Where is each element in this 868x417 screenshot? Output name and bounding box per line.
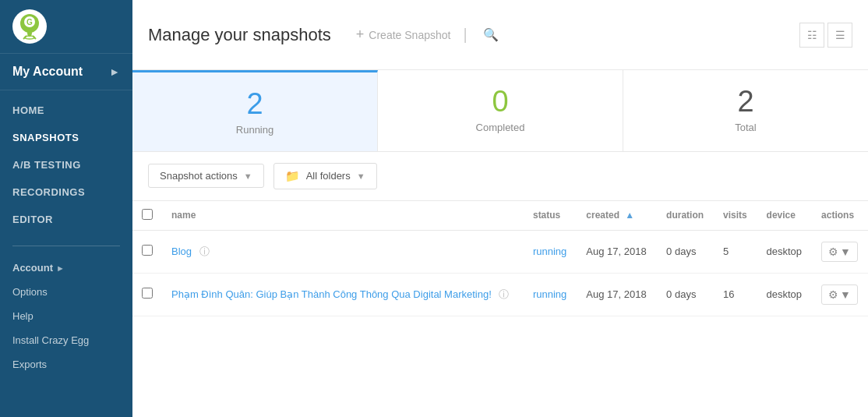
row2-created-cell: Aug 17, 2018 bbox=[577, 273, 657, 316]
sidebar-item-recordings[interactable]: RECORDINGS bbox=[0, 178, 132, 206]
stat-total[interactable]: 2 Total bbox=[623, 70, 868, 151]
row1-created-cell: Aug 17, 2018 bbox=[577, 230, 657, 273]
sidebar-divider bbox=[12, 246, 120, 246]
actions-dropdown-chevron-icon: ▼ bbox=[840, 246, 851, 258]
grid-view-button[interactable]: ☷ bbox=[799, 23, 824, 48]
account-chevron-icon: ► bbox=[56, 263, 65, 273]
row1-info-icon[interactable]: ⓘ bbox=[199, 246, 210, 257]
table-header-row: name status created ▲ duration visits bbox=[132, 201, 868, 231]
total-label: Total bbox=[642, 122, 849, 133]
search-button[interactable]: 🔍 bbox=[477, 24, 505, 45]
sidebar-item-exports[interactable]: Exports bbox=[0, 352, 132, 376]
row2-checkbox-cell bbox=[132, 273, 162, 316]
snapshot-actions-dropdown[interactable]: Snapshot actions ▼ bbox=[148, 164, 264, 188]
col-header-created[interactable]: created ▲ bbox=[577, 201, 657, 231]
header-separator: | bbox=[463, 26, 467, 44]
main-nav: HOME SNAPSHOTS A/B TESTING RECORDINGS ED… bbox=[0, 90, 132, 239]
sidebar-item-help[interactable]: Help bbox=[0, 304, 132, 328]
row2-actions-cell: ⚙ ▼ bbox=[812, 273, 868, 316]
select-all-checkbox[interactable] bbox=[142, 209, 153, 220]
row1-status: running bbox=[533, 246, 566, 257]
search-icon: 🔍 bbox=[483, 28, 499, 41]
row2-device: desktop bbox=[767, 288, 803, 300]
gear-icon: ⚙ bbox=[828, 246, 838, 258]
gear-icon: ⚙ bbox=[828, 288, 838, 301]
logo-area: G bbox=[0, 0, 132, 54]
row1-visits-cell: 5 bbox=[714, 230, 757, 273]
svg-text:G: G bbox=[26, 18, 33, 27]
col-header-status: status bbox=[524, 201, 577, 231]
list-view-button[interactable]: ☰ bbox=[827, 23, 852, 48]
view-toggle: ☷ ☰ bbox=[799, 23, 852, 48]
list-icon: ☰ bbox=[835, 29, 845, 41]
all-folders-dropdown[interactable]: 📁 All folders ▼ bbox=[273, 163, 377, 189]
col-header-device: device bbox=[757, 201, 813, 231]
row1-checkbox[interactable] bbox=[142, 245, 153, 256]
completed-label: Completed bbox=[397, 122, 604, 133]
row1-status-cell: running bbox=[524, 230, 577, 273]
row2-name-cell: Phạm Đình Quân: Giúp Bạn Thành Công Thôn… bbox=[162, 273, 524, 316]
account-label: Account bbox=[12, 262, 53, 274]
row1-name-link[interactable]: Blog bbox=[171, 246, 192, 257]
sidebar-item-ab-testing[interactable]: A/B TESTING bbox=[0, 151, 132, 178]
row2-name-link[interactable]: Phạm Đình Quân: Giúp Bạn Thành Công Thôn… bbox=[171, 288, 492, 300]
page-title: Manage your snapshots bbox=[148, 25, 331, 45]
snapshot-actions-chevron-icon: ▼ bbox=[244, 171, 252, 181]
row2-actions-button[interactable]: ⚙ ▼ bbox=[821, 284, 858, 305]
my-account-label: My Account bbox=[12, 65, 83, 79]
my-account-section[interactable]: My Account ► bbox=[0, 54, 132, 90]
col-header-name: name bbox=[162, 201, 524, 231]
sidebar-bottom: Account ► Options Help Install Crazy Egg… bbox=[0, 253, 132, 380]
folder-icon: 📁 bbox=[285, 169, 300, 183]
snapshots-table: name status created ▲ duration visits bbox=[132, 201, 868, 316]
row1-actions-cell: ⚙ ▼ bbox=[812, 230, 868, 273]
row1-actions-button[interactable]: ⚙ ▼ bbox=[821, 242, 858, 262]
sidebar-item-account[interactable]: Account ► bbox=[0, 256, 132, 280]
stat-completed[interactable]: 0 Completed bbox=[378, 70, 623, 151]
col-header-visits: visits bbox=[714, 201, 757, 231]
running-label: Running bbox=[151, 124, 358, 136]
table-toolbar: Snapshot actions ▼ 📁 All folders ▼ bbox=[132, 152, 868, 201]
page-header: Manage your snapshots + Create Snapshot … bbox=[132, 0, 868, 70]
app-logo: G bbox=[12, 9, 47, 44]
row2-checkbox[interactable] bbox=[142, 288, 153, 299]
row1-device-cell: desktop bbox=[757, 230, 813, 273]
sidebar-item-editor[interactable]: EDITOR bbox=[0, 206, 132, 233]
select-all-checkbox-cell bbox=[132, 201, 162, 231]
row1-created: Aug 17, 2018 bbox=[586, 246, 646, 257]
main-content: Manage your snapshots + Create Snapshot … bbox=[132, 0, 868, 417]
row1-duration: 0 days bbox=[666, 246, 696, 257]
running-count: 2 bbox=[151, 88, 358, 121]
row2-status: running bbox=[533, 288, 566, 300]
actions-dropdown-chevron-icon: ▼ bbox=[840, 288, 851, 301]
sidebar-item-install-crazy-egg[interactable]: Install Crazy Egg bbox=[0, 328, 132, 352]
row1-name-cell: Blog ⓘ bbox=[162, 230, 524, 273]
row1-duration-cell: 0 days bbox=[657, 230, 714, 273]
row2-info-icon[interactable]: ⓘ bbox=[499, 288, 509, 300]
row2-visits-cell: 16 bbox=[714, 273, 757, 316]
all-folders-chevron-icon: ▼ bbox=[357, 171, 365, 181]
stats-bar: 2 Running 0 Completed 2 Total bbox=[132, 70, 868, 152]
my-account-chevron-icon: ► bbox=[109, 65, 120, 78]
table-row: Phạm Đình Quân: Giúp Bạn Thành Công Thôn… bbox=[132, 273, 868, 316]
col-header-actions: actions bbox=[812, 201, 868, 231]
svg-point-6 bbox=[25, 36, 34, 39]
row1-visits: 5 bbox=[723, 246, 729, 257]
plus-icon: + bbox=[356, 27, 365, 43]
create-snapshot-button[interactable]: + Create Snapshot bbox=[350, 23, 457, 46]
snapshot-actions-label: Snapshot actions bbox=[160, 170, 238, 182]
row1-checkbox-cell bbox=[132, 230, 162, 273]
grid-icon: ☷ bbox=[807, 29, 817, 41]
sidebar-item-options[interactable]: Options bbox=[0, 280, 132, 304]
row2-device-cell: desktop bbox=[757, 273, 813, 316]
sidebar: G My Account ► HOME SNAPSHOTS A/B TESTIN… bbox=[0, 0, 132, 417]
row2-duration-cell: 0 days bbox=[657, 273, 714, 316]
row2-visits: 16 bbox=[723, 288, 734, 300]
table-row: Blog ⓘ running Aug 17, 2018 0 days 5 bbox=[132, 230, 868, 273]
sidebar-item-home[interactable]: HOME bbox=[0, 97, 132, 124]
stat-running[interactable]: 2 Running bbox=[132, 70, 378, 151]
row2-duration: 0 days bbox=[666, 288, 696, 300]
completed-count: 0 bbox=[397, 86, 604, 118]
sidebar-item-snapshots[interactable]: SNAPSHOTS bbox=[0, 124, 132, 151]
row2-created: Aug 17, 2018 bbox=[586, 288, 646, 300]
